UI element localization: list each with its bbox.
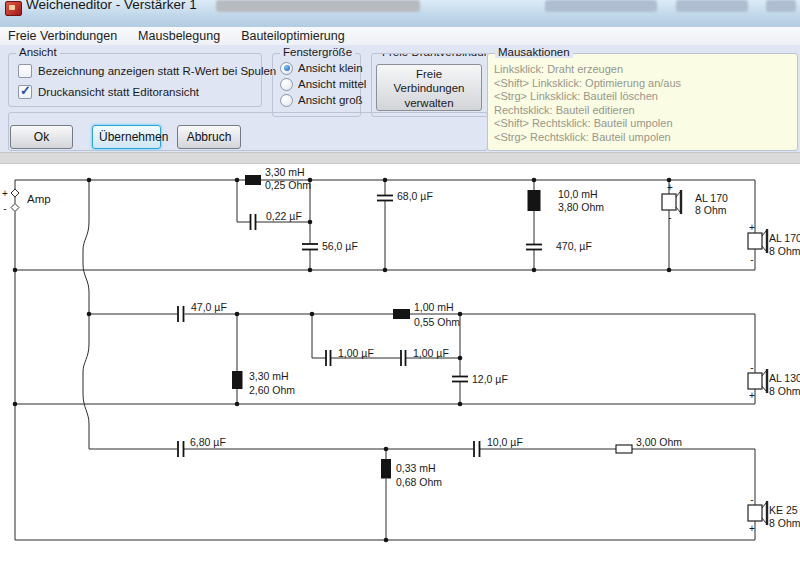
speaker-name: AL 170 <box>695 192 728 204</box>
polarity-minus: - <box>750 494 753 505</box>
checkbox-druckansicht[interactable]: ✓ <box>18 85 32 99</box>
schematic-canvas[interactable]: + - Amp 3,30 mH 0,25 Ohm 0,22 µF 56,0 µF… <box>0 164 800 569</box>
group-mausaktionen: Mausaktionen Linksklick: Draht erzeugen … <box>487 53 798 151</box>
check-icon: ✓ <box>20 83 31 98</box>
mausaktionen-line: Rechtsklick: Bauteil editieren <box>494 104 795 118</box>
separator-band <box>0 152 800 164</box>
component-value: 10,0 µF <box>487 436 523 448</box>
settings-panel: Ansicht Bezeichnung anzeigen statt R-Wer… <box>0 45 800 152</box>
component-value: 12,0 µF <box>472 373 508 385</box>
redacted-area <box>766 0 796 12</box>
amp-plus-terminal[interactable] <box>11 189 19 197</box>
apply-button[interactable]: Übernehmen <box>92 125 161 149</box>
crossover-schematic[interactable]: + - Amp 3,30 mH 0,25 Ohm 0,22 µF 56,0 µF… <box>0 164 800 569</box>
mausaktionen-line: <Strg> Rechtsklick: Bauteil umpolen <box>494 131 795 145</box>
component-r: 2,60 Ohm <box>249 384 295 396</box>
group-fenstergroesse: Fenstergröße Ansicht klein Ansicht mitte… <box>272 53 361 117</box>
capacitor-470uF[interactable]: 470, µF <box>526 240 592 252</box>
redacted-area <box>545 0 657 12</box>
window-title: Weicheneditor - Verstärker 1 <box>26 0 197 12</box>
checkbox-bezeichnung[interactable] <box>18 64 32 78</box>
component-value: 68,0 µF <box>397 190 433 202</box>
speaker-name: AL 130 <box>769 372 800 384</box>
polarity-plus: + <box>749 523 755 534</box>
radio-row-mittel[interactable]: Ansicht mittel <box>280 77 366 91</box>
component-value: 56,0 µF <box>322 240 358 252</box>
resistor-3ohm[interactable]: 3,00 Ohm <box>616 436 682 453</box>
redacted-area <box>676 0 748 12</box>
junction-dots <box>13 178 672 543</box>
menu-bauteiloptimierung[interactable]: Bauteiloptimierung <box>233 28 353 44</box>
app-icon <box>5 1 22 16</box>
component-value: 10,0 mH <box>558 188 598 200</box>
speaker-name: AL 170 <box>769 232 800 244</box>
group-ansicht-title: Ansicht <box>16 46 60 58</box>
component-value: 3,30 mH <box>249 370 289 382</box>
speaker-al130[interactable]: - + AL 130 8 Ohm <box>748 362 800 401</box>
cancel-button[interactable]: Abbruch <box>177 125 241 149</box>
component-value: 0,33 mH <box>396 462 436 474</box>
inductor-3_30mH-row2[interactable]: 3,30 mH 2,60 Ohm <box>232 370 295 396</box>
speaker-al170-2[interactable]: + - AL 170 8 Ohm <box>748 222 800 265</box>
mausaktionen-line: <Shift> Linksklick: Optimierung an/aus <box>494 77 795 91</box>
component-value: 1,00 mH <box>414 301 454 313</box>
group-freie-drahtverbindungen: Freie Drahtverbindunge Freie Verbindunge… <box>371 53 489 117</box>
capacitor-10uF[interactable]: 10,0 µF <box>474 436 523 457</box>
component-value-highlighted: 6,80 µF <box>190 436 226 448</box>
menu-bar: Freie Verbindungen Mausbelegung Bauteilo… <box>0 27 800 46</box>
amp-minus-sign: - <box>3 203 6 214</box>
group-mausaktionen-title: Mausaktionen <box>495 46 573 58</box>
radio-ansicht-mittel[interactable] <box>280 78 293 91</box>
polarity-minus: - <box>750 254 753 265</box>
capacitor-47uF[interactable]: 47,0 µF <box>178 301 227 322</box>
checkbox-row-druckansicht[interactable]: ✓ Druckansicht statt Editoransicht <box>18 85 199 99</box>
component-r: 0,25 Ohm <box>265 179 311 191</box>
speaker-impedance: 8 Ohm <box>769 517 800 529</box>
component-r: 3,80 Ohm <box>558 201 604 213</box>
inductor-0_33mH[interactable]: 0,33 mH 0,68 Ohm <box>381 459 442 488</box>
mausaktionen-line: <Strg> Linksklick: Bauteil löschen <box>494 90 795 104</box>
menu-mausbelegung[interactable]: Mausbelegung <box>130 28 228 44</box>
redacted-area <box>216 0 420 12</box>
amp-source: + - Amp <box>2 188 51 214</box>
inductor-3_30mH-row1[interactable]: 3,30 mH 0,25 Ohm <box>245 166 311 191</box>
component-value: 1,00 µF <box>338 347 374 359</box>
menu-freie-verbindungen[interactable]: Freie Verbindungen <box>0 28 125 44</box>
radio-ansicht-mittel-label: Ansicht mittel <box>298 78 366 90</box>
group-fenstergroesse-title: Fenstergröße <box>280 46 355 58</box>
component-value: 1,00 µF <box>413 347 449 359</box>
mausaktionen-line: <Shift> Rechtsklick: Bauteil umpolen <box>494 117 795 131</box>
mausaktionen-line: Linksklick: Draht erzeugen <box>494 63 795 77</box>
checkbox-bezeichnung-label: Bezeichnung anzeigen statt R-Wert bei Sp… <box>38 65 276 77</box>
freie-verbindungen-verwalten-button[interactable]: Freie Verbindungen verwalten <box>376 64 482 111</box>
polarity-plus: + <box>749 222 755 233</box>
speaker-impedance: 8 Ohm <box>695 204 727 216</box>
polarity-plus: + <box>667 182 673 193</box>
radio-row-gross[interactable]: Ansicht groß <box>280 93 363 107</box>
capacitor-1uF-a[interactable]: 1,00 µF <box>326 347 374 366</box>
capacitor-1uF-b[interactable]: 1,00 µF <box>401 347 449 366</box>
radio-dot-icon <box>284 65 290 71</box>
ok-button[interactable]: Ok <box>10 125 73 149</box>
capacitor-6_80uF-optimized[interactable]: 6,80 µF <box>178 436 226 457</box>
component-value: 470, µF <box>556 240 592 252</box>
component-r: 0,68 Ohm <box>396 476 442 488</box>
radio-ansicht-gross-label: Ansicht groß <box>298 94 363 106</box>
title-bar: Weicheneditor - Verstärker 1 <box>0 0 800 28</box>
radio-ansicht-klein[interactable] <box>280 62 293 75</box>
component-value: 3,00 Ohm <box>636 436 682 448</box>
speaker-al170-1[interactable]: + - AL 170 8 Ohm <box>662 182 728 223</box>
inductor-10mH[interactable]: 10,0 mH 3,80 Ohm <box>528 188 605 213</box>
checkbox-row-bezeichnung[interactable]: Bezeichnung anzeigen statt R-Wert bei Sp… <box>18 64 276 78</box>
speaker-ke25[interactable]: - + KE 25 S 8 Ohm <box>748 494 800 534</box>
speaker-impedance: 8 Ohm <box>769 245 800 257</box>
component-value: 0,22 µF <box>266 210 302 222</box>
radio-row-klein[interactable]: Ansicht klein <box>280 61 363 75</box>
radio-ansicht-gross[interactable] <box>280 94 293 107</box>
group-ansicht: Ansicht Bezeichnung anzeigen statt R-Wer… <box>8 53 262 107</box>
wire-rails <box>15 180 755 540</box>
capacitor-0_22uF[interactable]: 0,22 µF <box>251 210 302 230</box>
amp-minus-terminal[interactable] <box>11 204 19 212</box>
speaker-name: KE 25 S <box>769 504 800 516</box>
component-r: 0,55 Ohm <box>414 316 460 328</box>
